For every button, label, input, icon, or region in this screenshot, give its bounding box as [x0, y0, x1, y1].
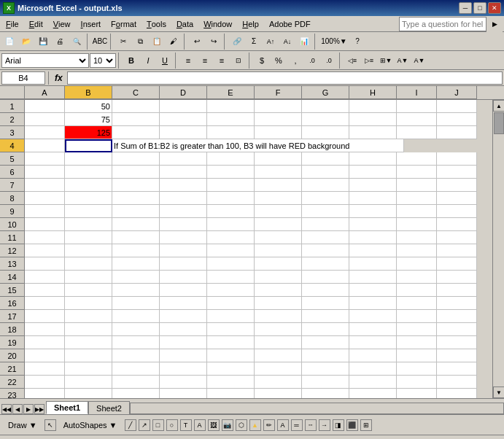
row-header-11[interactable]: 11 [0, 231, 25, 244]
autosum-button[interactable]: Σ [246, 34, 262, 50]
cell-h2[interactable] [349, 113, 397, 126]
row-header-20[interactable]: 20 [0, 349, 25, 362]
wordart-icon[interactable]: A [194, 419, 206, 431]
cell-a5[interactable] [25, 152, 65, 166]
cell-b2[interactable]: 75 [65, 113, 112, 126]
paste-button[interactable]: 📋 [149, 34, 165, 50]
col-header-a[interactable]: A [25, 86, 65, 99]
new-button[interactable]: 📄 [1, 34, 18, 50]
cell-a4[interactable] [25, 139, 65, 152]
col-header-c[interactable]: C [112, 86, 160, 99]
cell-g2[interactable] [302, 113, 349, 126]
cell-j5[interactable] [437, 152, 477, 166]
cell-a2[interactable] [25, 113, 65, 126]
dash-style-icon[interactable]: ╌ [305, 419, 317, 431]
print-button[interactable]: 🖨 [52, 34, 68, 50]
open-button[interactable]: 📂 [18, 34, 34, 50]
cursor-icon[interactable]: ↖ [44, 419, 56, 431]
row-header-17[interactable]: 17 [0, 310, 25, 323]
row-header-8[interactable]: 8 [0, 192, 25, 205]
cell-f2[interactable] [255, 113, 302, 126]
cell-i3[interactable] [397, 126, 437, 139]
percent-button[interactable]: % [271, 53, 287, 69]
text-box-icon[interactable]: T [180, 419, 192, 431]
font-color-button[interactable]: A▼ [411, 53, 427, 69]
sheet-nav-first[interactable]: ◀◀ [1, 404, 12, 414]
cell-f3[interactable] [255, 126, 302, 139]
col-header-i[interactable]: I [397, 86, 437, 99]
cell-f5[interactable] [255, 152, 302, 166]
align-right-button[interactable]: ≡ [214, 53, 230, 69]
col-header-h[interactable]: H [349, 86, 397, 99]
comma-button[interactable]: , [287, 53, 303, 69]
cell-c3[interactable] [112, 126, 160, 139]
row-header-6[interactable]: 6 [0, 166, 25, 179]
cut-button[interactable]: ✂ [115, 34, 131, 50]
sort-asc-button[interactable]: A↑ [263, 34, 279, 50]
col-header-f[interactable]: F [255, 86, 302, 99]
cell-a1[interactable] [25, 100, 65, 113]
cell-j2[interactable] [437, 113, 477, 126]
cell-i5[interactable] [397, 152, 437, 166]
col-header-e[interactable]: E [207, 86, 255, 99]
clip-art-icon[interactable]: 🖼 [208, 419, 220, 431]
draw-dropdown[interactable]: Draw ▼ [3, 417, 42, 433]
cell-e2[interactable] [207, 113, 255, 126]
save-button[interactable]: 💾 [35, 34, 51, 50]
cell-g5[interactable] [302, 152, 349, 166]
cell-b1[interactable]: 50 [65, 100, 112, 113]
menu-insert[interactable]: Insert [77, 18, 106, 31]
italic-button[interactable]: I [140, 53, 156, 69]
col-header-d[interactable]: D [160, 86, 207, 99]
maximize-button[interactable]: □ [473, 2, 486, 14]
borders-button[interactable]: ⊞▼ [378, 53, 394, 69]
cell-e1[interactable] [207, 100, 255, 113]
menu-data[interactable]: Data [172, 18, 198, 31]
chart-wizard-button[interactable]: 📊 [296, 34, 312, 50]
decrease-indent-button[interactable]: ◁≡ [344, 53, 360, 69]
col-header-b[interactable]: B [65, 86, 112, 99]
col-header-g[interactable]: G [302, 86, 349, 99]
3d-icon[interactable]: ⬛ [346, 419, 358, 431]
row-header-23[interactable]: 23 [0, 389, 25, 398]
oval-icon[interactable]: ○ [166, 419, 178, 431]
cell-h1[interactable] [349, 100, 397, 113]
format-painter-button[interactable]: 🖌 [166, 34, 182, 50]
cell-note[interactable]: If Sum of B1:B2 is greater than 100, B3 … [112, 139, 404, 152]
cell-d5[interactable] [160, 152, 207, 166]
undo-button[interactable]: ↩ [189, 34, 205, 50]
row-header-19[interactable]: 19 [0, 336, 25, 349]
fill-color-button[interactable]: A▼ [395, 53, 411, 69]
font-select[interactable]: Arial [1, 53, 89, 68]
sheet-nav-last[interactable]: ▶▶ [34, 404, 44, 414]
row-header-7[interactable]: 7 [0, 179, 25, 192]
sheet-nav-prev[interactable]: ◀ [12, 404, 23, 414]
col-header-j[interactable]: J [437, 86, 477, 99]
sheet-tab-1[interactable]: Sheet1 [46, 401, 88, 414]
scroll-up-button[interactable]: ▲ [493, 100, 504, 112]
cell-e5[interactable] [207, 152, 255, 166]
row-header-16[interactable]: 16 [0, 297, 25, 310]
cell-j1[interactable] [437, 100, 477, 113]
line-style-icon[interactable]: ═ [291, 419, 303, 431]
cell-h5[interactable] [349, 152, 397, 166]
sheet-tab-2[interactable]: Sheet2 [88, 401, 130, 414]
currency-button[interactable]: $ [254, 53, 270, 69]
line-color-icon[interactable]: ✏ [263, 419, 275, 431]
name-box[interactable] [1, 71, 45, 85]
minimize-button[interactable]: ─ [459, 2, 472, 14]
font-color-draw-icon[interactable]: A [277, 419, 289, 431]
cell-c5[interactable] [112, 152, 160, 166]
help-input[interactable] [399, 17, 486, 31]
menu-view[interactable]: View [49, 18, 75, 31]
zoom-dropdown[interactable]: 100%▼ [319, 34, 349, 50]
sort-desc-button[interactable]: A↓ [279, 34, 295, 50]
rectangle-icon[interactable]: □ [152, 419, 164, 431]
cell-d2[interactable] [160, 113, 207, 126]
scroll-track[interactable] [493, 112, 504, 386]
picture-icon[interactable]: 📷 [222, 419, 233, 431]
row-header-1[interactable]: 1 [0, 100, 25, 113]
decrease-decimal-button[interactable]: .0 [321, 53, 337, 69]
print-preview-button[interactable]: 🔍 [69, 34, 85, 50]
vertical-scrollbar[interactable]: ▲ ▼ [492, 100, 504, 398]
